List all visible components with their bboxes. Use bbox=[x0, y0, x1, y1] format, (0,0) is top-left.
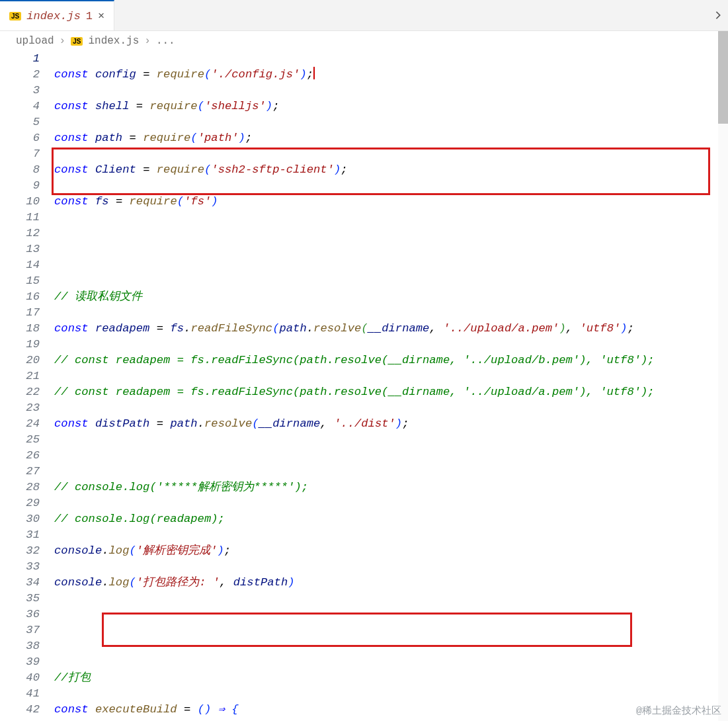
line-number: 41 bbox=[0, 686, 40, 702]
line-number: 36 bbox=[0, 607, 40, 622]
line-number: 11 bbox=[0, 210, 40, 226]
line-number: 42 bbox=[0, 702, 40, 718]
tab-modified-badge: 1 bbox=[86, 10, 93, 22]
line-number: 10 bbox=[0, 194, 40, 210]
chevron-right-icon bbox=[713, 11, 723, 20]
chevron-right-icon: › bbox=[144, 35, 151, 47]
line-number: 17 bbox=[0, 305, 40, 321]
line-number-gutter: 1234567891011121314151617181920212223242… bbox=[0, 51, 54, 721]
line-number: 34 bbox=[0, 575, 40, 591]
code-editor[interactable]: 1234567891011121314151617181920212223242… bbox=[0, 51, 728, 721]
tab-filename: index.js bbox=[26, 10, 81, 22]
line-number: 12 bbox=[0, 226, 40, 241]
line-number: 29 bbox=[0, 495, 40, 511]
line-number: 5 bbox=[0, 114, 40, 130]
line-number: 35 bbox=[0, 591, 40, 607]
tab-index-js[interactable]: JS index.js 1 × bbox=[0, 0, 114, 30]
line-number: 15 bbox=[0, 273, 40, 289]
line-number: 24 bbox=[0, 416, 40, 432]
watermark-text: @稀土掘金技术社区 bbox=[636, 704, 721, 717]
line-number: 27 bbox=[0, 464, 40, 480]
code-area[interactable]: const config = require('./config.js'); c… bbox=[54, 51, 728, 721]
scrollbar-thumb[interactable] bbox=[718, 31, 728, 124]
line-number: 26 bbox=[0, 448, 40, 464]
line-number: 28 bbox=[0, 480, 40, 495]
tab-bar: JS index.js 1 × bbox=[0, 0, 728, 31]
line-number: 25 bbox=[0, 432, 40, 448]
line-number: 20 bbox=[0, 353, 40, 368]
line-number: 30 bbox=[0, 511, 40, 527]
close-icon[interactable]: × bbox=[98, 10, 104, 22]
line-number: 38 bbox=[0, 638, 40, 654]
line-number: 7 bbox=[0, 146, 40, 162]
line-number: 32 bbox=[0, 543, 40, 559]
line-number: 9 bbox=[0, 178, 40, 194]
line-number: 1 bbox=[0, 51, 40, 67]
line-number: 21 bbox=[0, 368, 40, 384]
line-number: 39 bbox=[0, 654, 40, 670]
line-number: 40 bbox=[0, 670, 40, 686]
line-number: 14 bbox=[0, 257, 40, 273]
line-number: 2 bbox=[0, 67, 40, 83]
text-cursor bbox=[313, 67, 315, 79]
line-number: 4 bbox=[0, 99, 40, 114]
vertical-scrollbar[interactable] bbox=[718, 31, 728, 721]
line-number: 6 bbox=[0, 130, 40, 146]
tab-overflow-button[interactable] bbox=[708, 0, 728, 30]
line-number: 18 bbox=[0, 321, 40, 337]
line-number: 22 bbox=[0, 384, 40, 400]
line-number: 13 bbox=[0, 241, 40, 257]
breadcrumb-more[interactable]: ... bbox=[156, 35, 175, 47]
breadcrumb-file[interactable]: index.js bbox=[88, 35, 139, 47]
line-number: 37 bbox=[0, 622, 40, 638]
line-number: 31 bbox=[0, 527, 40, 543]
chevron-right-icon: › bbox=[60, 35, 66, 47]
breadcrumb: upload › JS index.js › ... bbox=[0, 31, 728, 51]
breadcrumb-folder[interactable]: upload bbox=[16, 35, 54, 47]
js-file-icon: JS bbox=[71, 37, 83, 46]
line-number: 23 bbox=[0, 400, 40, 416]
js-file-icon: JS bbox=[9, 12, 21, 21]
line-number: 19 bbox=[0, 337, 40, 353]
line-number: 3 bbox=[0, 83, 40, 99]
line-number: 16 bbox=[0, 289, 40, 305]
line-number: 8 bbox=[0, 162, 40, 178]
line-number: 33 bbox=[0, 559, 40, 575]
